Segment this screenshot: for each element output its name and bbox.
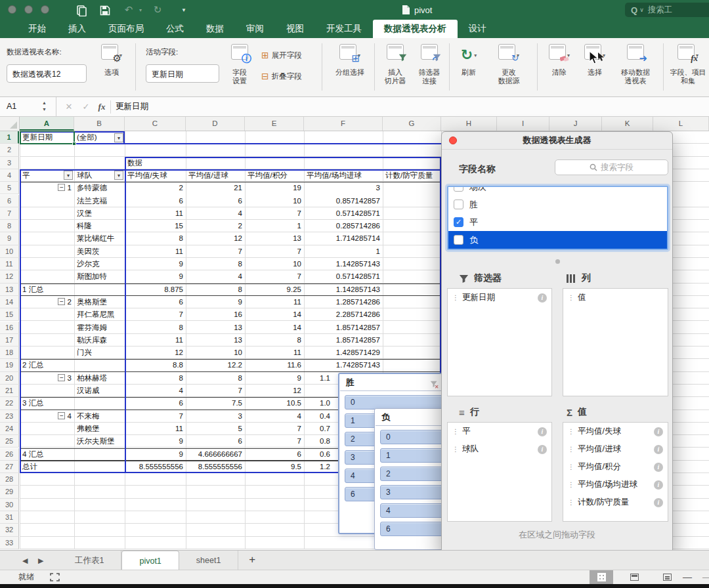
row-header-7[interactable]: 7 bbox=[0, 207, 19, 220]
sheet-tab-工作表1[interactable]: 工作表1 bbox=[58, 551, 121, 570]
cell-D10[interactable]: 7 bbox=[186, 245, 245, 258]
zone-filters-item-更新日期[interactable]: ⋮更新日期i bbox=[448, 289, 551, 306]
undo-dropdown-icon[interactable]: ▾ bbox=[139, 7, 142, 13]
cell-C3[interactable]: 数据 bbox=[125, 157, 186, 169]
row-header-2[interactable]: 2 bbox=[0, 144, 19, 156]
cell-A5[interactable]: − 1 bbox=[20, 182, 74, 194]
cell-D20[interactable]: 8 bbox=[186, 372, 245, 385]
insert-slicer-button[interactable]: 插入 切片器 bbox=[379, 43, 411, 85]
row-header-32[interactable]: 32 bbox=[0, 524, 19, 536]
toolbar-options-icon[interactable]: ▼ bbox=[181, 7, 186, 13]
zone-rows-item-球队[interactable]: ⋮球队i bbox=[448, 440, 551, 458]
save-icon[interactable] bbox=[97, 2, 113, 18]
cell-B7[interactable]: 汉堡 bbox=[74, 207, 125, 220]
cell-E14[interactable]: 11 bbox=[245, 296, 304, 308]
page-break-view-button[interactable] bbox=[655, 570, 679, 584]
cell-E11[interactable]: 10 bbox=[245, 258, 304, 270]
collapse-group-icon[interactable]: − bbox=[58, 298, 65, 305]
cell-B21[interactable]: 汉诺威 bbox=[74, 385, 125, 397]
row-header-21[interactable]: 21 bbox=[0, 385, 19, 397]
cell-E26[interactable]: 6 bbox=[245, 448, 304, 461]
zone-values-item-平均值/积分[interactable]: ⋮平均值/积分i bbox=[563, 458, 668, 476]
column-header-K[interactable]: K bbox=[602, 117, 653, 131]
cell-B1[interactable]: (全部)▾ bbox=[74, 131, 125, 144]
cell-D19[interactable]: 12.2 bbox=[186, 359, 245, 371]
options-button[interactable]: ⚙▾ 选项 bbox=[92, 43, 131, 77]
zoom-slider[interactable]: — bbox=[702, 570, 709, 584]
row-header-15[interactable]: 15 bbox=[0, 308, 19, 321]
cell-E8[interactable]: 1 bbox=[245, 220, 304, 232]
cell-C13[interactable]: 8.875 bbox=[125, 284, 186, 296]
insert-function-icon[interactable]: fx bbox=[93, 97, 110, 116]
cell-D14[interactable]: 9 bbox=[186, 296, 245, 308]
cell-E24[interactable]: 7 bbox=[245, 423, 304, 435]
cancel-icon[interactable]: ✕ bbox=[60, 97, 77, 116]
checkbox-icon[interactable] bbox=[454, 186, 463, 192]
cell-C7[interactable]: 11 bbox=[125, 207, 186, 220]
minimize-window-icon[interactable] bbox=[24, 5, 33, 14]
close-icon[interactable] bbox=[449, 136, 457, 144]
drag-handle-icon[interactable]: ⋮ bbox=[568, 481, 574, 488]
cell-E9[interactable]: 13 bbox=[245, 232, 304, 245]
ribbon-tab-开发工具[interactable]: 开发工具 bbox=[315, 20, 373, 38]
cell-F17[interactable]: 1.857142857 bbox=[304, 334, 383, 346]
drag-handle-icon[interactable]: ⋮ bbox=[568, 294, 574, 301]
cell-E23[interactable]: 4 bbox=[245, 410, 304, 423]
cell-B23[interactable]: 不来梅 bbox=[74, 410, 125, 423]
checkbox-icon[interactable] bbox=[454, 235, 463, 245]
cell-G4[interactable]: 计数/防守质量 bbox=[383, 169, 441, 182]
row-header-5[interactable]: 5 bbox=[0, 182, 19, 194]
row-header-11[interactable]: 11 bbox=[0, 258, 19, 270]
name-box-stepper[interactable]: ▲▼ bbox=[42, 100, 47, 113]
info-icon[interactable]: i bbox=[654, 498, 663, 507]
row-header-22[interactable]: 22 bbox=[0, 397, 19, 410]
row-header-16[interactable]: 16 bbox=[0, 322, 19, 334]
row-header-3[interactable]: 3 bbox=[0, 157, 19, 169]
column-header-I[interactable]: I bbox=[497, 117, 549, 131]
cell-D15[interactable]: 16 bbox=[186, 308, 245, 321]
cell-C25[interactable]: 9 bbox=[125, 435, 186, 448]
column-header-A[interactable]: A bbox=[20, 117, 74, 131]
info-icon[interactable]: i bbox=[654, 463, 663, 472]
column-header-C[interactable]: C bbox=[125, 117, 186, 131]
cell-E7[interactable]: 7 bbox=[245, 207, 304, 220]
cell-E27[interactable]: 9.5 bbox=[245, 461, 304, 473]
cell-E21[interactable]: 12 bbox=[245, 385, 304, 397]
cell-E15[interactable]: 14 bbox=[245, 308, 304, 321]
cell-F5[interactable]: 3 bbox=[304, 182, 383, 194]
zone-values-item-平均值/进球[interactable]: ⋮平均值/进球i bbox=[563, 440, 668, 458]
group-selection-button[interactable]: ⊞▾ 分组选择 bbox=[327, 43, 373, 77]
cell-E25[interactable]: 7 bbox=[245, 435, 304, 448]
cell-A4[interactable]: 平▾ bbox=[20, 169, 74, 182]
active-field-input[interactable]: 更新日期 bbox=[146, 64, 219, 83]
cell-D22[interactable]: 7.5 bbox=[186, 397, 245, 410]
zone-values-item-平均值/场均进球[interactable]: ⋮平均值/场均进球i bbox=[563, 476, 668, 494]
cell-D7[interactable]: 4 bbox=[186, 207, 245, 220]
confirm-icon[interactable]: ✓ bbox=[77, 97, 95, 116]
row-header-31[interactable]: 31 bbox=[0, 511, 19, 524]
cell-C24[interactable]: 11 bbox=[125, 423, 186, 435]
cell-A22[interactable]: 3 汇总 bbox=[20, 397, 74, 410]
cell-A1[interactable]: 更新日期 bbox=[20, 131, 74, 144]
cell-C18[interactable]: 12 bbox=[125, 346, 186, 359]
drag-handle-icon[interactable]: ⋮ bbox=[452, 294, 458, 301]
add-sheet-button[interactable]: + bbox=[238, 551, 266, 570]
info-icon[interactable]: i bbox=[654, 480, 663, 490]
cell-B14[interactable]: 奥格斯堡 bbox=[74, 296, 125, 308]
cell-E17[interactable]: 8 bbox=[245, 334, 304, 346]
info-icon[interactable]: i bbox=[538, 293, 547, 303]
cell-C26[interactable]: 9 bbox=[125, 448, 186, 461]
cell-D4[interactable]: 平均值/进球 bbox=[186, 169, 245, 182]
cell-F15[interactable]: 2.285714286 bbox=[304, 308, 383, 321]
ribbon-tab-公式[interactable]: 公式 bbox=[155, 20, 195, 38]
builder-field-胜[interactable]: 胜 bbox=[448, 196, 667, 213]
change-data-source-button[interactable]: ↻▾ 更改 数据源 bbox=[488, 43, 529, 85]
cell-B17[interactable]: 勒沃库森 bbox=[74, 334, 125, 346]
zone-columns-item-值[interactable]: ⋮值 bbox=[563, 289, 668, 306]
cell-A26[interactable]: 4 汇总 bbox=[20, 448, 74, 461]
rows-zone-box[interactable]: ⋮平i⋮球队i bbox=[447, 422, 552, 522]
row-header-9[interactable]: 9 bbox=[0, 232, 19, 245]
prev-sheet-icon[interactable]: ◀ bbox=[22, 551, 28, 570]
cell-B16[interactable]: 霍芬海姆 bbox=[74, 322, 125, 334]
row-header-20[interactable]: 20 bbox=[0, 372, 19, 385]
